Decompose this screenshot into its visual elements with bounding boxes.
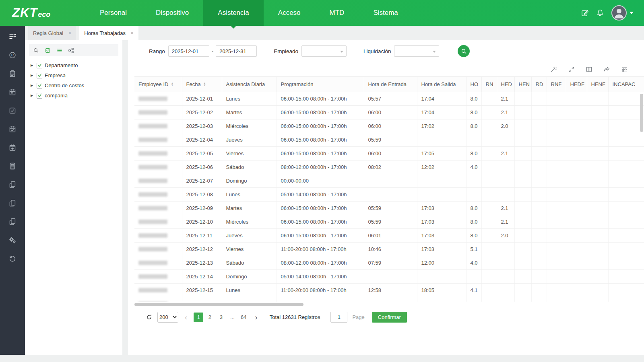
liquidacion-select[interactable]	[394, 45, 439, 57]
table-row[interactable]: 2025-12-12Viernes11:00-20:00 08:00h - 17…	[134, 243, 644, 256]
compose-icon[interactable]	[581, 9, 589, 17]
search-button[interactable]	[458, 45, 470, 57]
filter-settings-icon[interactable]	[621, 66, 628, 73]
column-header[interactable]: RNF	[547, 77, 566, 92]
next-page-icon[interactable]: ›	[253, 313, 259, 321]
tree-item-3[interactable]: ▶Centro de costos	[25, 80, 122, 90]
table-row[interactable]: 2025-12-06Sábado08:00-12:00 08:00h - 17:…	[134, 160, 644, 174]
column-header[interactable]: Fecha▲▼	[182, 77, 222, 92]
attendance-rules-icon[interactable]	[0, 27, 25, 46]
expander-icon[interactable]: ▶	[31, 74, 34, 77]
table-row[interactable]: 2025-12-03Miércoles06:00-15:00 08:00h - …	[134, 119, 644, 133]
table-row[interactable]: 2025-12-10Miércoles06:00-15:00 08:00h - …	[134, 215, 644, 229]
column-header[interactable]: Hora de Entrada	[364, 77, 417, 92]
column-header[interactable]: HEDF	[566, 77, 587, 92]
tree-item-1[interactable]: ▶Departamento	[25, 60, 122, 70]
cell-hen	[514, 243, 531, 256]
wand-icon[interactable]	[550, 66, 557, 73]
zkteco-logo[interactable]: ZKTeco	[0, 6, 85, 20]
settings-gears-icon[interactable]	[0, 231, 25, 249]
page-3[interactable]: 3	[216, 313, 226, 322]
table-row[interactable]: 2025-12-14Domingo05:00-14:00 08:00h - 17…	[134, 270, 644, 284]
column-header[interactable]: Programación	[277, 77, 364, 92]
approval-check-icon[interactable]	[0, 101, 25, 120]
table-row[interactable]: 2025-12-05Viernes06:00-15:00 08:00h - 17…	[134, 147, 644, 160]
close-tab-icon[interactable]: ×	[130, 30, 134, 36]
column-header[interactable]: HEN	[514, 77, 531, 92]
nav-item-acceso[interactable]: Acceso	[264, 0, 315, 26]
column-header[interactable]: HO	[466, 77, 481, 92]
confirm-button[interactable]: Confirmar	[372, 312, 407, 323]
sort-icon[interactable]: ▲▼	[203, 82, 206, 86]
user-menu[interactable]	[611, 5, 634, 21]
scrollbar-thumb[interactable]	[134, 303, 303, 306]
date-to-input[interactable]	[216, 45, 257, 57]
tree-item-4[interactable]: ▶compañía	[25, 90, 122, 101]
empleado-select[interactable]	[301, 45, 347, 57]
table-row[interactable]: 2025-12-08Lunes05:00-14:00 08:00h - 17:0…	[134, 188, 644, 202]
calendar-add-icon[interactable]	[0, 138, 25, 157]
table-row[interactable]: 2025-12-04Jueves06:00-15:00 08:00h - 17:…	[134, 133, 644, 147]
table-row[interactable]: 2025-12-13Sábado08:00-12:00 08:00h - 17:…	[134, 256, 644, 270]
avatar[interactable]	[611, 5, 627, 21]
table-row[interactable]: 2025-12-11Jueves06:00-15:00 08:00h - 17:…	[134, 229, 644, 243]
nav-item-sistema[interactable]: Sistema	[359, 0, 412, 26]
checkbox-checked-icon[interactable]	[37, 63, 42, 68]
page-2[interactable]: 2	[205, 313, 215, 322]
export-icon[interactable]	[603, 66, 610, 73]
column-header[interactable]: RD	[531, 77, 547, 92]
list-view-icon[interactable]	[56, 47, 62, 53]
page-input[interactable]	[330, 312, 347, 323]
expander-icon[interactable]: ▶	[31, 94, 34, 97]
table-row[interactable]: 2025-12-07Domingo00:00-00:00	[134, 174, 644, 188]
calendar-icon[interactable]	[0, 83, 25, 101]
nav-item-mtd[interactable]: MTD	[315, 0, 359, 26]
sort-icon[interactable]: ▲▼	[171, 82, 173, 86]
column-header[interactable]: HED	[497, 77, 514, 92]
report-copy-icon[interactable]	[0, 175, 25, 194]
column-header[interactable]: INCAPAC	[608, 77, 644, 92]
tree-view-icon[interactable]	[68, 47, 74, 53]
calculator-icon[interactable]	[0, 157, 25, 175]
column-header[interactable]: Asistencia Diaria	[222, 77, 277, 92]
checkbox-checked-icon[interactable]	[37, 93, 42, 99]
columns-icon[interactable]	[586, 66, 592, 73]
fullscreen-icon[interactable]	[568, 66, 575, 73]
column-header[interactable]: Employee ID▲▼	[134, 77, 182, 92]
vertical-scrollbar[interactable]	[640, 94, 643, 132]
history-icon[interactable]	[0, 249, 25, 268]
report-duplicate-icon[interactable]	[0, 194, 25, 212]
page-size-select[interactable]: 200	[157, 312, 178, 323]
expander-icon[interactable]: ▶	[31, 64, 34, 67]
bell-icon[interactable]	[596, 9, 604, 17]
checkbox-checked-icon[interactable]	[37, 73, 42, 78]
checkbox-checked-icon[interactable]	[37, 83, 42, 88]
nav-item-personal[interactable]: Personal	[85, 0, 141, 26]
select-all-icon[interactable]	[45, 47, 51, 53]
tab-horas-trabajadas[interactable]: Horas Trabajadas ×	[79, 26, 138, 40]
table-row[interactable]: 2025-12-09Martes06:00-15:00 08:00h - 17:…	[134, 202, 644, 215]
page-64[interactable]: 64	[239, 313, 248, 322]
prev-page-icon[interactable]: ‹	[183, 313, 189, 321]
schedule-clipboard-icon[interactable]	[0, 64, 25, 83]
expander-icon[interactable]: ▶	[31, 84, 34, 87]
column-header[interactable]: Hora de Salida	[417, 77, 466, 92]
table-row[interactable]: 2025-12-15Lunes11:00-20:00 08:00h - 17:0…	[134, 284, 644, 297]
close-tab-icon[interactable]: ×	[68, 30, 71, 36]
page-1[interactable]: 1	[194, 313, 203, 322]
search-icon[interactable]	[33, 47, 39, 53]
table-row[interactable]: 2025-12-01Lunes06:00-15:00 08:00h - 17:0…	[134, 92, 644, 106]
column-header[interactable]: HENF	[587, 77, 608, 92]
refresh-icon[interactable]	[146, 314, 153, 321]
nav-item-asistencia[interactable]: Asistencia	[203, 0, 263, 26]
tab-regla-global[interactable]: Regla Global ×	[28, 26, 76, 40]
report-pages-icon[interactable]	[0, 212, 25, 231]
column-header[interactable]: RN	[481, 77, 497, 92]
table-row[interactable]: 2025-12-02Martes06:00-15:00 08:00h - 17:…	[134, 106, 644, 119]
table-row[interactable]: 2025-12-16Martes10:00-19:00 08:00h - 17:…	[134, 297, 644, 302]
date-from-input[interactable]	[168, 45, 209, 57]
registration-icon[interactable]: R	[0, 46, 25, 64]
nav-item-dispositivo[interactable]: Dispositivo	[141, 0, 203, 26]
calendar-check-icon[interactable]	[0, 120, 25, 138]
tree-item-2[interactable]: ▶Empresa	[25, 70, 122, 80]
